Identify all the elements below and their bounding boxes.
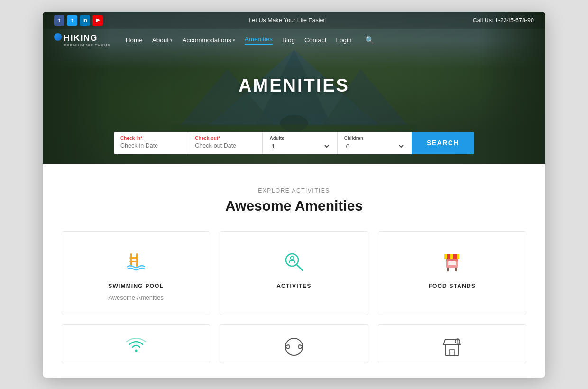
amenities-grid: SWIMMING POOL Awesome Amenities ACTIVITE… bbox=[62, 231, 526, 315]
nav-contact[interactable]: Contact bbox=[304, 37, 327, 44]
amenity-name-food: FOOD STANDS bbox=[429, 283, 476, 289]
tennis-icon bbox=[284, 336, 304, 357]
checkin-label: Check-in* bbox=[120, 136, 181, 141]
svg-rect-8 bbox=[129, 257, 138, 259]
svg-rect-18 bbox=[446, 259, 458, 261]
svg-line-11 bbox=[296, 264, 303, 270]
logo-name: HIKING bbox=[64, 33, 98, 43]
food-stands-icon bbox=[439, 249, 465, 275]
navbar: HIKING PREMIUM WP THEME Home About ▾ Acc… bbox=[43, 29, 545, 52]
social-icons: f t in ▶ bbox=[54, 15, 103, 26]
svg-rect-24 bbox=[445, 345, 459, 355]
section-title: Awesome Amenities bbox=[62, 198, 526, 214]
main-content: EXPLORE ACTIVITIES Awesome Amenities bbox=[43, 164, 545, 378]
section-label: EXPLORE ACTIVITIES bbox=[62, 187, 526, 194]
bottom-card-shop[interactable]: 00 bbox=[378, 324, 526, 363]
svg-rect-16 bbox=[457, 254, 459, 259]
topbar-tagline: Let Us Make Your Life Easier! bbox=[249, 17, 327, 24]
accommodations-arrow: ▾ bbox=[233, 38, 235, 43]
svg-rect-14 bbox=[444, 254, 447, 259]
amenity-card-activities[interactable]: ACTIVITES bbox=[220, 231, 368, 315]
topbar-phone: Call Us: 1-2345-678-90 bbox=[473, 17, 534, 24]
amenity-name-pool: SWIMMING POOL bbox=[108, 283, 164, 289]
children-select[interactable]: 0 1 2 3 bbox=[344, 142, 405, 150]
svg-rect-6 bbox=[130, 253, 132, 267]
browser-window: f t in ▶ Let Us Make Your Life Easier! C… bbox=[43, 12, 545, 378]
facebook-icon[interactable]: f bbox=[54, 15, 64, 26]
swimming-pool-icon bbox=[123, 249, 149, 275]
topbar: f t in ▶ Let Us Make Your Life Easier! C… bbox=[43, 12, 545, 29]
amenity-name-activities: ACTIVITES bbox=[276, 283, 311, 289]
nav-login[interactable]: Login bbox=[336, 37, 352, 44]
children-field: Children 0 1 2 3 bbox=[338, 132, 412, 154]
svg-rect-9 bbox=[129, 261, 138, 262]
adults-label: Adults bbox=[269, 136, 330, 141]
nav-blog[interactable]: Blog bbox=[282, 37, 295, 44]
bottom-card-wifi[interactable] bbox=[62, 324, 210, 363]
svg-rect-21 bbox=[455, 268, 457, 271]
nav-amenities[interactable]: Amenities bbox=[245, 36, 273, 45]
adults-field: Adults 1 2 3 4 bbox=[263, 132, 337, 154]
checkout-input[interactable] bbox=[195, 142, 256, 149]
amenity-card-food-stands[interactable]: FOOD STANDS bbox=[378, 231, 526, 315]
svg-rect-20 bbox=[447, 268, 449, 271]
nav-accommodations[interactable]: Accommodations ▾ bbox=[182, 37, 235, 44]
amenity-card-swimming-pool[interactable]: SWIMMING POOL Awesome Amenities bbox=[62, 231, 210, 315]
logo-sub: PREMIUM WP THEME bbox=[64, 43, 110, 47]
search-button[interactable]: SEARCH bbox=[412, 132, 474, 154]
search-bar: Check-in* Check-out* Adults 1 2 3 4 bbox=[114, 132, 474, 154]
checkout-field: Check-out* bbox=[188, 132, 263, 154]
nav-home[interactable]: Home bbox=[126, 37, 143, 44]
children-label: Children bbox=[344, 136, 405, 141]
checkin-field: Check-in* bbox=[114, 132, 188, 154]
bottom-amenities-row: 00 bbox=[62, 324, 526, 363]
logo[interactable]: HIKING PREMIUM WP THEME bbox=[54, 33, 110, 47]
bottom-card-tennis[interactable] bbox=[220, 324, 368, 363]
nav-links: Home About ▾ Accommodations ▾ Amenities … bbox=[126, 36, 534, 45]
checkout-label: Check-out* bbox=[195, 136, 256, 141]
svg-text:00: 00 bbox=[456, 340, 459, 343]
twitter-icon[interactable]: t bbox=[67, 15, 77, 26]
adults-select[interactable]: 1 2 3 4 bbox=[269, 142, 330, 150]
logo-dot bbox=[54, 33, 62, 41]
svg-rect-7 bbox=[136, 253, 138, 267]
activities-icon bbox=[281, 249, 307, 275]
hero-section: f t in ▶ Let Us Make Your Life Easier! C… bbox=[43, 12, 545, 164]
linkedin-icon[interactable]: in bbox=[80, 15, 90, 26]
checkin-input[interactable] bbox=[120, 142, 181, 149]
wifi-icon bbox=[126, 336, 147, 353]
hero-title: AMENITIES bbox=[239, 75, 349, 96]
svg-rect-15 bbox=[450, 254, 453, 259]
shop-icon: 00 bbox=[441, 336, 462, 357]
svg-point-23 bbox=[285, 338, 303, 355]
amenity-desc-pool: Awesome Amenities bbox=[108, 294, 164, 301]
nav-about[interactable]: About ▾ bbox=[152, 37, 173, 44]
search-icon[interactable]: 🔍 bbox=[365, 36, 375, 45]
svg-rect-25 bbox=[449, 350, 455, 355]
svg-rect-19 bbox=[448, 261, 456, 265]
svg-point-22 bbox=[135, 349, 137, 352]
about-arrow: ▾ bbox=[170, 38, 173, 43]
youtube-icon[interactable]: ▶ bbox=[92, 15, 103, 26]
svg-point-12 bbox=[290, 256, 294, 259]
